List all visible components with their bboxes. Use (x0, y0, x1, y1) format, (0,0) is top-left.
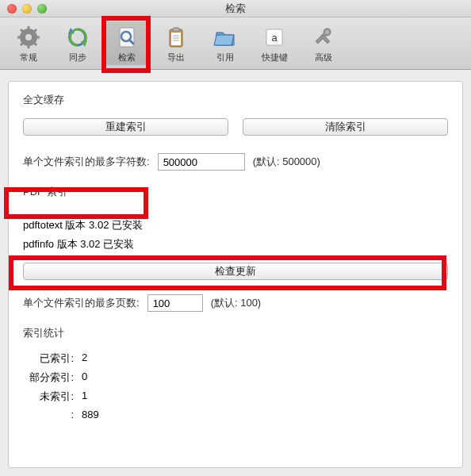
magnifier-document-icon (114, 25, 140, 50)
svg-line-5 (21, 29, 23, 32)
stat-more-label: : (23, 409, 82, 420)
svg-point-9 (25, 34, 32, 40)
svg-line-7 (21, 43, 23, 45)
max-pages-label: 单个文件索引的最多页数: (23, 296, 140, 310)
toolbar-search[interactable]: 检索 (105, 21, 149, 65)
clear-index-button[interactable]: 清除索引 (243, 118, 448, 136)
toolbar-sync[interactable]: 同步 (56, 21, 100, 65)
pdfinfo-status: pdfinfo 版本 3.02 已安装 (23, 237, 448, 251)
tools-icon (311, 25, 336, 50)
max-pages-input[interactable] (147, 294, 203, 312)
zoom-window-button[interactable] (37, 4, 47, 13)
toolbar: 常规 同步 检索 (0, 17, 471, 70)
toolbar-label: 快捷键 (254, 52, 295, 63)
stat-unindexed-label: 未索引: (23, 390, 82, 404)
toolbar-label: 常规 (8, 52, 49, 63)
svg-rect-14 (171, 33, 181, 45)
stat-indexed-value: 2 (82, 351, 87, 366)
stat-indexed-label: 已索引: (23, 351, 82, 366)
sync-icon (65, 25, 90, 50)
toolbar-label: 同步 (57, 52, 98, 63)
gear-icon (16, 25, 41, 50)
stat-more-value: 889 (82, 409, 99, 420)
check-updates-button[interactable]: 检查更新 (23, 263, 448, 280)
svg-rect-15 (173, 28, 179, 32)
section-index-stats: 索引统计 (23, 326, 448, 340)
svg-line-8 (34, 29, 36, 32)
toolbar-shortcuts[interactable]: a 快捷键 (252, 21, 297, 65)
max-pages-default: (默认: 100) (211, 296, 262, 310)
max-chars-default: (默认: 500000) (253, 155, 320, 169)
svg-line-6 (34, 43, 36, 45)
toolbar-cite[interactable]: 引用 (203, 21, 247, 65)
index-stats-block: 已索引: 2 部分索引: 0 未索引: 1 : 889 (23, 351, 448, 420)
folder-icon (213, 25, 238, 50)
pdftotext-status: pdftotext 版本 3.02 已安装 (23, 218, 448, 232)
settings-panel: 全文缓存 重建索引 清除索引 单个文件索引的最多字符数: (默认: 500000… (8, 81, 463, 468)
svg-text:a: a (271, 32, 278, 44)
toolbar-label: 引用 (205, 52, 246, 63)
rebuild-index-button[interactable]: 重建索引 (23, 118, 228, 136)
close-window-button[interactable] (7, 4, 17, 13)
stat-unindexed-value: 1 (82, 390, 87, 404)
toolbar-export[interactable]: 导出 (154, 21, 198, 65)
toolbar-advanced[interactable]: 高级 (301, 21, 346, 65)
titlebar: 检索 (0, 0, 471, 17)
max-chars-label: 单个文件索引的最多字符数: (23, 155, 150, 169)
minimize-window-button[interactable] (22, 4, 32, 13)
section-fulltext-cache: 全文缓存 (23, 93, 448, 107)
toolbar-general[interactable]: 常规 (6, 21, 51, 65)
letter-a-icon: a (262, 25, 287, 50)
content-area: 全文缓存 重建索引 清除索引 单个文件索引的最多字符数: (默认: 500000… (0, 70, 471, 476)
stat-partial-label: 部分索引: (23, 370, 82, 385)
window-title: 检索 (0, 2, 471, 16)
window-controls (0, 4, 47, 13)
stat-partial-value: 0 (82, 370, 87, 385)
toolbar-label: 导出 (155, 52, 197, 63)
preferences-window: 检索 常规 (0, 0, 471, 476)
max-chars-input[interactable] (158, 153, 245, 171)
clipboard-icon (163, 25, 189, 50)
toolbar-label: 高级 (303, 52, 344, 63)
toolbar-label: 检索 (106, 52, 147, 63)
section-pdf-index: PDF 索引 (23, 185, 448, 199)
